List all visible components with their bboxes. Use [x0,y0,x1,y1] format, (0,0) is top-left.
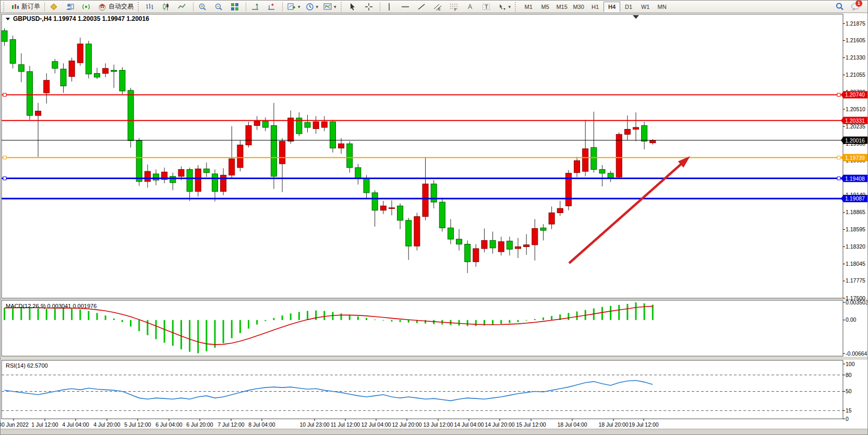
toolbar: 新订单 自动交易 [1,1,868,13]
line-chart-icon [177,2,187,11]
line-handle [837,156,840,159]
text-a-icon: A [465,2,475,11]
zoom-in-button[interactable] [196,1,211,13]
new-order-label: 新订单 [21,2,40,11]
vertical-line-button[interactable] [382,1,398,13]
crosshair-icon [364,2,373,11]
tab-timeframe-m1[interactable]: M1 [520,2,537,12]
svg-text:15: 15 [846,407,852,414]
svg-text:4 Jul 04:00: 4 Jul 04:00 [62,421,89,428]
cursor-button[interactable] [346,1,361,13]
chart-candles-button[interactable] [159,1,175,13]
panel-splitter[interactable] [1,357,868,360]
trendline-button[interactable] [415,1,430,13]
tab-timeframe-d1[interactable]: D1 [620,2,637,12]
zoom-out-icon [214,2,223,11]
vertical-line-icon [384,2,394,11]
fibonacci-button[interactable]: F [447,1,463,13]
new-chart-button[interactable]: ▾ [285,1,303,13]
svg-text:4 Jul 20:00: 4 Jul 20:00 [93,421,120,428]
svg-text:1.18320: 1.18320 [846,243,865,250]
horizontal-line-icon [401,2,410,11]
channel-button[interactable]: E [431,1,447,13]
tab-timeframe-h4[interactable]: H4 [604,2,620,12]
text-button[interactable]: A [463,1,479,13]
tab-timeframe-mn[interactable]: MN [654,2,670,12]
line-handle [3,156,6,159]
data-window-icon [65,2,75,11]
panel-splitter[interactable] [1,299,868,300]
svg-text:-0.006647: -0.006647 [846,350,868,357]
notifications-button[interactable]: 1 [849,1,864,13]
auto-trading-label: 自动交易 [108,2,134,11]
auto-scroll-button[interactable] [248,1,264,13]
rsi-panel [2,360,843,419]
tab-timeframe-m15[interactable]: M15 [553,2,570,12]
templates-button[interactable]: ▾ [321,1,339,13]
market-watch-button[interactable] [47,1,63,13]
svg-text:15 Jul 12:00: 15 Jul 12:00 [516,421,546,428]
svg-text:12 Jul 20:00: 12 Jul 20:00 [392,421,421,428]
horizontal-line-button[interactable] [399,1,414,13]
crosshair-button[interactable] [362,1,378,13]
text-label-icon: T [481,2,491,11]
svg-text:5 Jul 12:00: 5 Jul 12:00 [124,421,151,428]
signal-icon [81,2,91,11]
zoom-out-button[interactable] [212,1,227,13]
svg-text:18 Jul 04:00: 18 Jul 04:00 [557,421,587,428]
svg-text:1.19739: 1.19739 [845,155,865,161]
periods-button[interactable]: ▾ [303,1,321,13]
price-chart-canvas[interactable]: 1.218751.216051.213301.210551.207801.205… [1,13,868,429]
tab-timeframe-m30[interactable]: M30 [570,2,587,12]
tab-timeframe-h1[interactable]: H1 [587,2,604,12]
trendline-icon [417,2,426,11]
main-panel [2,14,843,298]
equidistant-channel-icon: E [433,2,442,11]
svg-text:14 Jul 04:00: 14 Jul 04:00 [454,421,484,428]
svg-text:E: E [438,7,441,11]
svg-text:F: F [454,8,456,11]
chart-shift-button[interactable] [264,1,280,13]
auto-scroll-icon [250,2,260,11]
auto-trading-icon [98,2,107,11]
tile-windows-icon [230,2,239,11]
toolbar-grip[interactable] [3,2,6,11]
timeframe-buttons: M1M5M15M30H1H4D1W1MN [520,2,670,12]
new-order-button[interactable]: 新订单 [8,1,42,13]
chart-window[interactable]: 1.218751.216051.213301.210551.207801.205… [1,13,868,429]
search-button[interactable] [833,1,848,13]
svg-text:1.20510: 1.20510 [846,106,865,112]
macd-label: MACD(12,26,9) 0.003041 0.001976 [6,303,97,309]
svg-text:7 Jul 12:00: 7 Jul 12:00 [218,421,245,428]
chart-line-button[interactable] [175,1,191,13]
svg-text:14 Jul 20:00: 14 Jul 20:00 [485,421,514,428]
data-window-button[interactable] [63,1,79,13]
navigator-button[interactable] [79,1,95,13]
new-order-icon [10,2,20,11]
chat-icon: 1 [851,2,860,11]
line-handle [3,177,6,180]
svg-text:1 Jul 12:00: 1 Jul 12:00 [31,421,58,428]
svg-text:1.21875: 1.21875 [846,20,865,27]
svg-text:1.19408: 1.19408 [845,175,865,182]
tile-windows-button[interactable] [228,1,244,13]
svg-text:50: 50 [846,388,852,394]
new-chart-icon [287,2,296,11]
tab-timeframe-m5[interactable]: M5 [537,2,553,12]
line-handle [837,93,840,96]
zoom-in-icon [198,2,207,11]
arrows-button[interactable]: ▾ [496,1,513,13]
svg-text:1.18865: 1.18865 [846,209,865,215]
svg-text:80: 80 [846,372,852,378]
svg-text:18 Jul 20:00: 18 Jul 20:00 [598,421,628,428]
chart-bars-button[interactable] [143,1,159,13]
auto-trading-button[interactable]: 自动交易 [95,1,136,13]
clock-icon [305,2,315,11]
dropdown-caret: ▾ [298,4,300,9]
mt4-window: 新订单 自动交易 [0,0,868,435]
text-label-button[interactable]: T [479,1,495,13]
svg-text:10 Jul 23:00: 10 Jul 23:00 [299,421,329,428]
svg-text:0: 0 [846,416,849,422]
svg-text:8 Jul 04:00: 8 Jul 04:00 [248,421,275,428]
tab-timeframe-w1[interactable]: W1 [637,2,654,12]
